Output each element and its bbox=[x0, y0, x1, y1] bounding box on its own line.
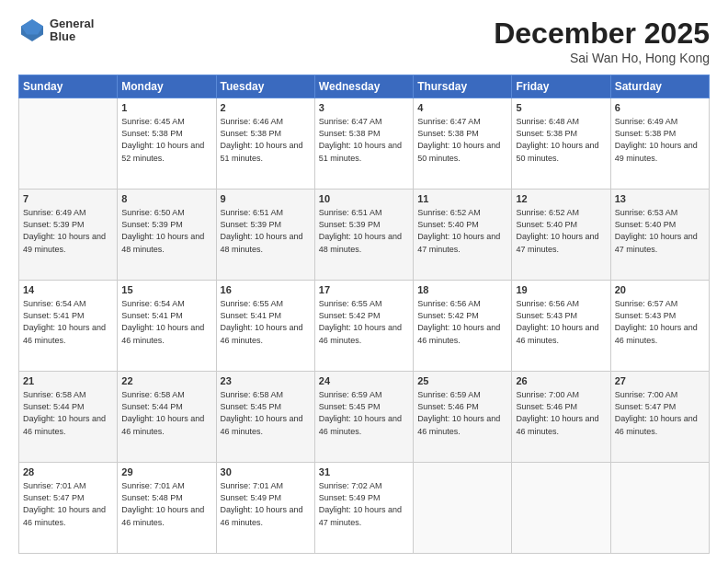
day-number: 16 bbox=[221, 283, 311, 297]
header-day-tuesday: Tuesday bbox=[216, 75, 314, 98]
calendar-cell: 9Sunrise: 6:51 AMSunset: 5:39 PMDaylight… bbox=[216, 190, 314, 281]
calendar-cell: 20Sunrise: 6:57 AMSunset: 5:43 PMDayligh… bbox=[610, 281, 709, 372]
day-detail: Sunrise: 7:00 AMSunset: 5:46 PMDaylight:… bbox=[516, 389, 606, 437]
day-detail: Sunrise: 7:01 AMSunset: 5:48 PMDaylight:… bbox=[121, 480, 211, 528]
calendar-cell bbox=[512, 463, 610, 554]
day-number: 3 bbox=[319, 101, 409, 115]
calendar-cell: 22Sunrise: 6:58 AMSunset: 5:44 PMDayligh… bbox=[118, 372, 216, 463]
day-detail: Sunrise: 6:47 AMSunset: 5:38 PMDaylight:… bbox=[417, 116, 507, 164]
day-detail: Sunrise: 6:56 AMSunset: 5:42 PMDaylight:… bbox=[417, 298, 507, 346]
day-detail: Sunrise: 7:00 AMSunset: 5:47 PMDaylight:… bbox=[615, 389, 705, 437]
title-area: December 2025 Sai Wan Ho, Hong Kong bbox=[494, 17, 710, 65]
calendar-cell: 18Sunrise: 6:56 AMSunset: 5:42 PMDayligh… bbox=[414, 281, 512, 372]
calendar-cell: 6Sunrise: 6:49 AMSunset: 5:38 PMDaylight… bbox=[610, 98, 709, 190]
day-detail: Sunrise: 6:49 AMSunset: 5:38 PMDaylight:… bbox=[615, 116, 705, 164]
calendar-cell: 4Sunrise: 6:47 AMSunset: 5:38 PMDaylight… bbox=[414, 98, 512, 190]
day-number: 19 bbox=[516, 283, 606, 297]
day-detail: Sunrise: 6:45 AMSunset: 5:38 PMDaylight:… bbox=[121, 116, 211, 164]
calendar-cell: 3Sunrise: 6:47 AMSunset: 5:38 PMDaylight… bbox=[314, 98, 413, 190]
header-day-sunday: Sunday bbox=[19, 75, 118, 98]
day-number: 31 bbox=[319, 465, 409, 479]
calendar-cell bbox=[610, 463, 709, 554]
day-number: 6 bbox=[615, 101, 705, 115]
header-day-monday: Monday bbox=[118, 75, 216, 98]
day-number: 13 bbox=[615, 192, 705, 206]
day-number: 20 bbox=[615, 283, 705, 297]
calendar-cell: 21Sunrise: 6:58 AMSunset: 5:44 PMDayligh… bbox=[19, 372, 118, 463]
day-number: 27 bbox=[615, 374, 705, 388]
day-detail: Sunrise: 6:57 AMSunset: 5:43 PMDaylight:… bbox=[615, 298, 705, 346]
day-number: 18 bbox=[417, 283, 507, 297]
day-detail: Sunrise: 6:48 AMSunset: 5:38 PMDaylight:… bbox=[516, 116, 606, 164]
logo-icon bbox=[18, 17, 46, 44]
calendar-week-5: 28Sunrise: 7:01 AMSunset: 5:47 PMDayligh… bbox=[19, 463, 710, 554]
calendar-cell: 14Sunrise: 6:54 AMSunset: 5:41 PMDayligh… bbox=[19, 281, 118, 372]
calendar-cell: 8Sunrise: 6:50 AMSunset: 5:39 PMDaylight… bbox=[118, 190, 216, 281]
day-number: 1 bbox=[121, 101, 211, 115]
header: General Blue December 2025 Sai Wan Ho, H… bbox=[18, 17, 710, 65]
day-detail: Sunrise: 6:56 AMSunset: 5:43 PMDaylight:… bbox=[516, 298, 606, 346]
calendar-cell: 17Sunrise: 6:55 AMSunset: 5:42 PMDayligh… bbox=[314, 281, 413, 372]
calendar-cell: 11Sunrise: 6:52 AMSunset: 5:40 PMDayligh… bbox=[414, 190, 512, 281]
day-number: 7 bbox=[23, 192, 113, 206]
day-number: 12 bbox=[516, 192, 606, 206]
day-detail: Sunrise: 6:54 AMSunset: 5:41 PMDaylight:… bbox=[23, 298, 113, 346]
day-detail: Sunrise: 6:50 AMSunset: 5:39 PMDaylight:… bbox=[121, 207, 211, 255]
day-detail: Sunrise: 6:52 AMSunset: 5:40 PMDaylight:… bbox=[516, 207, 606, 255]
header-day-saturday: Saturday bbox=[610, 75, 709, 98]
logo-text: General Blue bbox=[50, 17, 94, 44]
calendar-cell: 25Sunrise: 6:59 AMSunset: 5:46 PMDayligh… bbox=[414, 372, 512, 463]
calendar-cell: 5Sunrise: 6:48 AMSunset: 5:38 PMDaylight… bbox=[512, 98, 610, 190]
calendar-week-2: 7Sunrise: 6:49 AMSunset: 5:39 PMDaylight… bbox=[19, 190, 710, 281]
day-number: 23 bbox=[221, 374, 311, 388]
day-number: 14 bbox=[23, 283, 113, 297]
day-number: 4 bbox=[417, 101, 507, 115]
day-detail: Sunrise: 6:55 AMSunset: 5:41 PMDaylight:… bbox=[221, 298, 311, 346]
day-detail: Sunrise: 6:49 AMSunset: 5:39 PMDaylight:… bbox=[23, 207, 113, 255]
day-number: 17 bbox=[319, 283, 409, 297]
calendar-header-row: SundayMondayTuesdayWednesdayThursdayFrid… bbox=[19, 75, 710, 98]
calendar-cell: 24Sunrise: 6:59 AMSunset: 5:45 PMDayligh… bbox=[314, 372, 413, 463]
calendar-cell: 29Sunrise: 7:01 AMSunset: 5:48 PMDayligh… bbox=[118, 463, 216, 554]
day-detail: Sunrise: 6:51 AMSunset: 5:39 PMDaylight:… bbox=[221, 207, 311, 255]
day-number: 30 bbox=[221, 465, 311, 479]
day-number: 2 bbox=[221, 101, 311, 115]
day-number: 25 bbox=[417, 374, 507, 388]
day-number: 8 bbox=[121, 192, 211, 206]
day-detail: Sunrise: 7:01 AMSunset: 5:47 PMDaylight:… bbox=[23, 480, 113, 528]
day-number: 10 bbox=[319, 192, 409, 206]
calendar-cell: 13Sunrise: 6:53 AMSunset: 5:40 PMDayligh… bbox=[610, 190, 709, 281]
day-detail: Sunrise: 6:52 AMSunset: 5:40 PMDaylight:… bbox=[417, 207, 507, 255]
day-detail: Sunrise: 7:02 AMSunset: 5:49 PMDaylight:… bbox=[319, 480, 409, 528]
calendar-week-1: 1Sunrise: 6:45 AMSunset: 5:38 PMDaylight… bbox=[19, 98, 710, 190]
calendar-cell: 19Sunrise: 6:56 AMSunset: 5:43 PMDayligh… bbox=[512, 281, 610, 372]
day-detail: Sunrise: 6:46 AMSunset: 5:38 PMDaylight:… bbox=[221, 116, 311, 164]
header-day-wednesday: Wednesday bbox=[314, 75, 413, 98]
day-detail: Sunrise: 6:53 AMSunset: 5:40 PMDaylight:… bbox=[615, 207, 705, 255]
day-detail: Sunrise: 6:58 AMSunset: 5:45 PMDaylight:… bbox=[221, 389, 311, 437]
calendar-cell: 27Sunrise: 7:00 AMSunset: 5:47 PMDayligh… bbox=[610, 372, 709, 463]
day-detail: Sunrise: 6:58 AMSunset: 5:44 PMDaylight:… bbox=[121, 389, 211, 437]
day-number: 28 bbox=[23, 465, 113, 479]
day-number: 29 bbox=[121, 465, 211, 479]
day-number: 11 bbox=[417, 192, 507, 206]
page: General Blue December 2025 Sai Wan Ho, H… bbox=[0, 0, 728, 563]
day-detail: Sunrise: 6:59 AMSunset: 5:46 PMDaylight:… bbox=[417, 389, 507, 437]
calendar-cell: 26Sunrise: 7:00 AMSunset: 5:46 PMDayligh… bbox=[512, 372, 610, 463]
calendar-cell: 28Sunrise: 7:01 AMSunset: 5:47 PMDayligh… bbox=[19, 463, 118, 554]
logo-line2: Blue bbox=[50, 30, 94, 43]
day-detail: Sunrise: 6:58 AMSunset: 5:44 PMDaylight:… bbox=[23, 389, 113, 437]
calendar-cell bbox=[19, 98, 118, 190]
header-day-thursday: Thursday bbox=[414, 75, 512, 98]
day-detail: Sunrise: 6:54 AMSunset: 5:41 PMDaylight:… bbox=[121, 298, 211, 346]
day-detail: Sunrise: 6:55 AMSunset: 5:42 PMDaylight:… bbox=[319, 298, 409, 346]
logo-line1: General bbox=[50, 17, 94, 30]
logo: General Blue bbox=[18, 17, 94, 44]
day-detail: Sunrise: 6:59 AMSunset: 5:45 PMDaylight:… bbox=[319, 389, 409, 437]
calendar-title: December 2025 bbox=[494, 17, 710, 51]
calendar-cell: 31Sunrise: 7:02 AMSunset: 5:49 PMDayligh… bbox=[314, 463, 413, 554]
day-number: 21 bbox=[23, 374, 113, 388]
day-detail: Sunrise: 6:47 AMSunset: 5:38 PMDaylight:… bbox=[319, 116, 409, 164]
calendar-table: SundayMondayTuesdayWednesdayThursdayFrid… bbox=[18, 75, 710, 554]
calendar-cell bbox=[414, 463, 512, 554]
